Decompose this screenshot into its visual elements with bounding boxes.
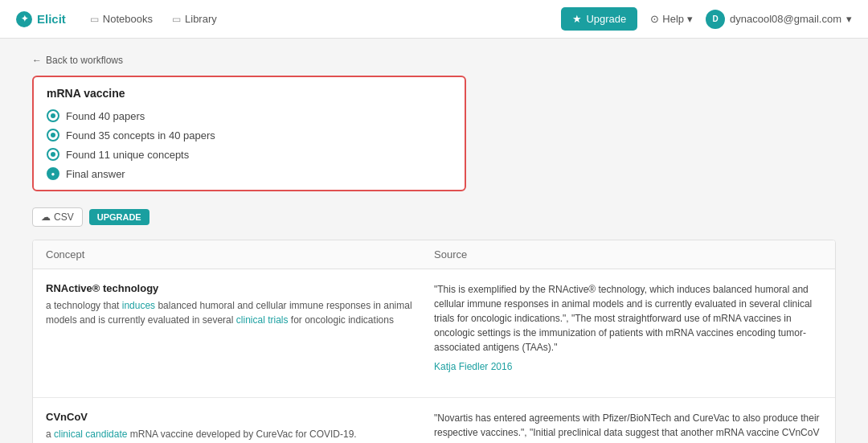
help-circle-icon: ⊙	[650, 13, 659, 25]
search-area: mRNA vaccine Found 40 papers Found 35 co…	[32, 76, 836, 191]
upgrade-tag-label: UPGRADE	[97, 212, 141, 222]
concept-cell-2: CVnCoV a clinical candidate mRNA vaccine…	[46, 411, 434, 441]
cloud-icon: ☁	[41, 211, 51, 223]
table-row: CVnCoV a clinical candidate mRNA vaccine…	[33, 398, 835, 443]
back-arrow-icon: ←	[32, 55, 42, 66]
upgrade-label: Upgrade	[586, 13, 626, 25]
logo[interactable]: ✦ Elicit	[16, 11, 66, 27]
col-concept: Concept	[46, 248, 434, 260]
library-icon: ▭	[172, 14, 181, 25]
source-quote-2a: "Novartis has entered agreements with Pf…	[434, 411, 822, 443]
results-table: Concept Source RNActive® technology a te…	[32, 240, 836, 443]
upgrade-button[interactable]: ★ Upgrade	[561, 7, 637, 31]
step-1: Found 40 papers	[47, 109, 452, 122]
help-label: Help	[662, 13, 684, 25]
source-block-2a: "Novartis has entered agreements with Pf…	[434, 411, 822, 443]
col-source: Source	[434, 248, 822, 260]
step3-label: Found 11 unique concepts	[66, 149, 189, 161]
nav-notebooks-label: Notebooks	[103, 13, 153, 25]
user-menu[interactable]: D dynacool08@gmail.com ▾	[706, 10, 852, 29]
step1-label: Found 40 papers	[66, 110, 145, 122]
step-3: Found 11 unique concepts	[47, 148, 452, 161]
progress-steps: Found 40 papers Found 35 concepts in 40 …	[47, 109, 452, 180]
search-box: mRNA vaccine Found 40 papers Found 35 co…	[32, 76, 466, 191]
user-email: dynacool08@gmail.com	[730, 13, 841, 25]
nav-library-label: Library	[185, 13, 217, 25]
source-author-1[interactable]: Katja Fiedler 2016	[434, 361, 512, 372]
user-initial: D	[712, 14, 718, 23]
csv-button[interactable]: ☁ CSV	[32, 207, 83, 227]
concept-title-1: RNActive® technology	[46, 282, 418, 294]
concept-title-2: CVnCoV	[46, 411, 418, 423]
help-button[interactable]: ⊙ Help ▾	[650, 13, 693, 25]
notebooks-icon: ▭	[90, 14, 99, 25]
help-chevron-icon: ▾	[687, 13, 693, 25]
concept-cell-1: RNActive® technology a technology that i…	[46, 282, 434, 327]
step4-label: Final answer	[66, 168, 125, 180]
source-block-1: "This is exemplified by the RNActive® te…	[434, 282, 822, 375]
logo-text: Elicit	[37, 12, 66, 26]
step-2: Found 35 concepts in 40 papers	[47, 129, 452, 142]
highlight-clinical-candidate: clinical candidate	[54, 429, 127, 440]
back-to-workflows[interactable]: ← Back to workflows	[32, 55, 123, 66]
header-right: ★ Upgrade ⊙ Help ▾ D dynacool08@gmail.co…	[561, 7, 852, 31]
user-avatar: D	[706, 10, 725, 29]
action-bar: ☁ CSV UPGRADE	[32, 207, 836, 227]
csv-label: CSV	[54, 211, 74, 223]
step1-icon	[47, 109, 59, 122]
concept-desc-1: a technology that induces balanced humor…	[46, 298, 418, 327]
step2-label: Found 35 concepts in 40 papers	[66, 129, 215, 142]
highlight-induces: induces	[122, 300, 155, 311]
step-4: Final answer	[47, 167, 452, 180]
concept-desc-2: a clinical candidate mRNA vaccine develo…	[46, 427, 418, 441]
step3-icon	[47, 148, 59, 161]
user-chevron-icon: ▾	[846, 13, 852, 25]
table-header: Concept Source	[33, 240, 835, 269]
nav-library[interactable]: ▭ Library	[164, 9, 225, 29]
table-row: RNActive® technology a technology that i…	[33, 269, 835, 398]
back-link-label: Back to workflows	[46, 55, 123, 66]
upgrade-tag[interactable]: UPGRADE	[89, 209, 149, 225]
header: ✦ Elicit ▭ Notebooks ▭ Library ★ Upgrade…	[0, 0, 868, 39]
upgrade-star-icon: ★	[572, 13, 582, 25]
step2-icon	[47, 129, 59, 142]
main-nav: ▭ Notebooks ▭ Library	[82, 9, 225, 29]
source-cell-2: "Novartis has entered agreements with Pf…	[434, 411, 822, 443]
main-content: ← Back to workflows mRNA vaccine Found 4…	[0, 39, 868, 443]
source-cell-1: "This is exemplified by the RNActive® te…	[434, 282, 822, 384]
source-quote-1: "This is exemplified by the RNActive® te…	[434, 282, 822, 355]
logo-icon: ✦	[16, 11, 32, 27]
nav-notebooks[interactable]: ▭ Notebooks	[82, 9, 161, 29]
step4-icon	[47, 167, 59, 180]
search-query: mRNA vaccine	[47, 87, 452, 100]
highlight-clinical-trials: clinical trials	[236, 314, 289, 326]
